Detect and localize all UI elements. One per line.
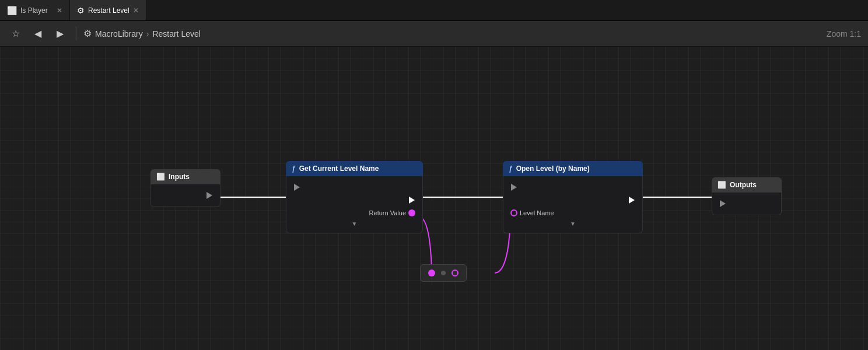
reroute-left-pin[interactable] — [428, 270, 435, 276]
get-current-level-return-label: Return Value — [369, 209, 406, 216]
open-level-exec-out[interactable] — [503, 194, 642, 206]
get-current-level-expand[interactable]: ▼ — [286, 219, 422, 228]
tab-is-player[interactable]: ⬜ Is Player ✕ — [0, 0, 70, 20]
zoom-label: Zoom 1:1 — [827, 29, 861, 38]
open-level-node[interactable]: ƒ Open Level (by Name) Level Name ▼ — [503, 161, 643, 233]
get-current-level-body: Return Value ▼ — [286, 176, 423, 233]
toolbar-separator — [76, 27, 76, 41]
get-current-level-icon: ƒ — [292, 164, 296, 173]
bookmark-button[interactable]: ☆ — [7, 25, 24, 43]
outputs-node-title: Outputs — [730, 181, 757, 189]
get-current-level-exec-in-arrow — [293, 184, 300, 191]
inputs-exec-out-arrow — [206, 192, 213, 199]
inputs-node-header: ⬜ Inputs — [150, 169, 220, 184]
forward-button[interactable]: ▶ — [51, 25, 69, 43]
tab-bar: ⬜ Is Player ✕ ⚙ Restart Level ✕ — [0, 0, 868, 21]
is-player-tab-icon: ⬜ — [7, 6, 17, 15]
get-current-level-return-dot — [408, 209, 415, 216]
get-current-level-node[interactable]: ƒ Get Current Level Name Return Value ▼ — [286, 161, 423, 233]
get-current-level-exec-out[interactable] — [286, 194, 422, 206]
open-level-icon: ƒ — [509, 164, 513, 173]
outputs-node[interactable]: ⬜ Outputs — [712, 177, 782, 215]
open-level-exec-in[interactable] — [503, 181, 642, 194]
breadcrumb: ⚙ MacroLibrary › Restart Level — [83, 28, 201, 39]
open-level-title: Open Level (by Name) — [516, 164, 590, 173]
reroute-right-pin[interactable] — [452, 270, 459, 276]
open-level-level-name-dot — [510, 209, 517, 216]
inputs-exec-out-pin[interactable] — [151, 189, 220, 202]
bookmark-icon: ☆ — [12, 28, 20, 39]
get-current-level-exec-in[interactable] — [286, 181, 422, 194]
inputs-node-title: Inputs — [169, 173, 190, 181]
outputs-exec-in-pin[interactable] — [712, 197, 781, 210]
breadcrumb-current: Restart Level — [152, 29, 200, 38]
get-current-level-title: Get Current Level Name — [299, 164, 379, 173]
open-level-exec-in-arrow — [510, 184, 517, 191]
tab-restart-level-label: Restart Level — [88, 6, 130, 15]
tab-restart-level-close[interactable]: ✕ — [133, 6, 139, 15]
open-level-level-name-label: Level Name — [520, 209, 554, 216]
tab-is-player-label: Is Player — [20, 6, 48, 15]
open-level-header: ƒ Open Level (by Name) — [503, 161, 643, 176]
back-icon: ◀ — [34, 28, 41, 39]
outputs-node-icon: ⬜ — [718, 181, 726, 189]
reroute-center-dot — [441, 271, 446, 275]
get-current-level-exec-out-arrow — [408, 197, 415, 204]
inputs-node[interactable]: ⬜ Inputs — [150, 169, 220, 207]
open-level-level-name-pin[interactable]: Level Name — [503, 206, 642, 219]
restart-level-tab-icon: ⚙ — [77, 6, 85, 15]
reroute-node[interactable] — [420, 264, 467, 282]
forward-icon: ▶ — [57, 28, 64, 39]
inputs-node-icon: ⬜ — [156, 173, 165, 181]
get-current-level-return-pin[interactable]: Return Value — [286, 206, 422, 219]
toolbar: ☆ ◀ ▶ ⚙ MacroLibrary › Restart Level Zoo… — [0, 21, 868, 47]
get-current-level-header: ƒ Get Current Level Name — [286, 161, 423, 176]
tab-is-player-close[interactable]: ✕ — [57, 6, 62, 15]
back-button[interactable]: ◀ — [29, 25, 47, 43]
open-level-body: Level Name ▼ — [503, 176, 643, 233]
inputs-node-body — [150, 184, 220, 207]
outputs-node-body — [712, 192, 782, 215]
outputs-exec-in-arrow — [719, 200, 726, 207]
open-level-exec-out-arrow — [628, 197, 635, 204]
blueprint-canvas[interactable]: ⬜ Inputs ƒ Get Current Level Name — [0, 47, 868, 350]
open-level-expand[interactable]: ▼ — [503, 219, 642, 228]
breadcrumb-gear-icon: ⚙ — [83, 28, 92, 39]
outputs-node-header: ⬜ Outputs — [712, 177, 782, 192]
breadcrumb-library[interactable]: MacroLibrary — [95, 29, 143, 38]
tab-restart-level[interactable]: ⚙ Restart Level ✕ — [70, 0, 146, 20]
breadcrumb-separator: › — [146, 29, 149, 38]
